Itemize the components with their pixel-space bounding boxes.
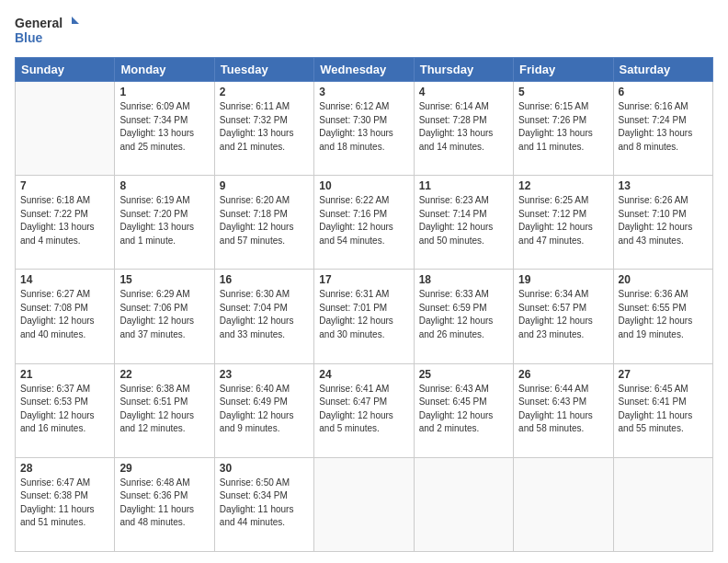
day-number: 20 [619, 273, 708, 286]
calendar-cell: 30Sunrise: 6:50 AMSunset: 6:34 PMDayligh… [214, 457, 313, 551]
day-number: 2 [220, 86, 309, 98]
day-number: 23 [220, 368, 309, 381]
cell-info: Sunrise: 6:30 AMSunset: 7:04 PMDaylight:… [220, 288, 309, 341]
calendar-cell: 10Sunrise: 6:22 AMSunset: 7:16 PMDayligh… [314, 176, 414, 270]
day-number: 26 [518, 368, 608, 381]
calendar-cell [16, 82, 115, 176]
calendar-cell [514, 457, 613, 551]
calendar-cell: 12Sunrise: 6:25 AMSunset: 7:12 PMDayligh… [514, 176, 613, 270]
day-number: 6 [619, 86, 708, 98]
day-number: 24 [319, 368, 408, 381]
svg-text:General: General [15, 16, 63, 30]
calendar-cell [613, 457, 712, 551]
day-number: 7 [20, 179, 109, 192]
calendar-cell [414, 457, 513, 551]
day-number: 17 [319, 273, 408, 286]
calendar-cell: 26Sunrise: 6:44 AMSunset: 6:43 PMDayligh… [514, 363, 613, 457]
cell-info: Sunrise: 6:31 AMSunset: 7:01 PMDaylight:… [319, 288, 408, 341]
calendar-cell: 20Sunrise: 6:36 AMSunset: 6:55 PMDayligh… [613, 270, 712, 363]
calendar-cell: 17Sunrise: 6:31 AMSunset: 7:01 PMDayligh… [314, 270, 414, 363]
day-number: 22 [119, 368, 209, 381]
calendar-cell: 3Sunrise: 6:12 AMSunset: 7:30 PMDaylight… [314, 82, 414, 176]
cell-info: Sunrise: 6:29 AMSunset: 7:06 PMDaylight:… [119, 288, 209, 341]
cell-info: Sunrise: 6:45 AMSunset: 6:41 PMDaylight:… [619, 383, 708, 436]
cell-info: Sunrise: 6:41 AMSunset: 6:47 PMDaylight:… [319, 383, 408, 436]
calendar-week-4: 21Sunrise: 6:37 AMSunset: 6:53 PMDayligh… [16, 363, 713, 457]
cell-info: Sunrise: 6:19 AMSunset: 7:20 PMDaylight:… [119, 194, 209, 247]
day-number: 18 [419, 273, 508, 286]
cell-info: Sunrise: 6:43 AMSunset: 6:45 PMDaylight:… [419, 383, 508, 436]
cell-info: Sunrise: 6:37 AMSunset: 6:53 PMDaylight:… [20, 383, 109, 436]
cell-info: Sunrise: 6:15 AMSunset: 7:26 PMDaylight:… [518, 100, 608, 154]
calendar-cell: 11Sunrise: 6:23 AMSunset: 7:14 PMDayligh… [414, 176, 513, 270]
cell-info: Sunrise: 6:22 AMSunset: 7:16 PMDaylight:… [319, 194, 408, 247]
calendar-cell: 2Sunrise: 6:11 AMSunset: 7:32 PMDaylight… [214, 82, 313, 176]
day-number: 12 [518, 179, 608, 192]
cell-info: Sunrise: 6:36 AMSunset: 6:55 PMDaylight:… [619, 288, 708, 341]
day-number: 5 [518, 86, 608, 98]
calendar-cell: 14Sunrise: 6:27 AMSunset: 7:08 PMDayligh… [16, 270, 115, 363]
cell-info: Sunrise: 6:20 AMSunset: 7:18 PMDaylight:… [220, 194, 309, 247]
cell-info: Sunrise: 6:26 AMSunset: 7:10 PMDaylight:… [619, 194, 708, 247]
day-number: 29 [119, 462, 209, 475]
weekday-header-saturday: Saturday [613, 58, 712, 82]
cell-info: Sunrise: 6:34 AMSunset: 6:57 PMDaylight:… [518, 288, 608, 341]
cell-info: Sunrise: 6:47 AMSunset: 6:38 PMDaylight:… [20, 477, 109, 530]
calendar-cell [314, 457, 414, 551]
day-number: 1 [119, 86, 209, 98]
calendar-cell: 21Sunrise: 6:37 AMSunset: 6:53 PMDayligh… [16, 363, 115, 457]
header: General Blue [15, 11, 713, 50]
day-number: 28 [20, 462, 109, 475]
calendar-cell: 5Sunrise: 6:15 AMSunset: 7:26 PMDaylight… [514, 82, 613, 176]
svg-marker-2 [72, 17, 79, 24]
cell-info: Sunrise: 6:38 AMSunset: 6:51 PMDaylight:… [119, 383, 209, 436]
svg-text:Blue: Blue [15, 30, 43, 45]
cell-info: Sunrise: 6:09 AMSunset: 7:34 PMDaylight:… [119, 100, 209, 154]
calendar-cell: 23Sunrise: 6:40 AMSunset: 6:49 PMDayligh… [214, 363, 313, 457]
calendar-table: SundayMondayTuesdayWednesdayThursdayFrid… [15, 57, 713, 552]
cell-info: Sunrise: 6:27 AMSunset: 7:08 PMDaylight:… [20, 288, 109, 341]
calendar-week-2: 7Sunrise: 6:18 AMSunset: 7:22 PMDaylight… [16, 176, 713, 270]
cell-info: Sunrise: 6:23 AMSunset: 7:14 PMDaylight:… [419, 194, 508, 247]
calendar-cell: 19Sunrise: 6:34 AMSunset: 6:57 PMDayligh… [514, 270, 613, 363]
calendar-cell: 16Sunrise: 6:30 AMSunset: 7:04 PMDayligh… [214, 270, 313, 363]
calendar-cell: 29Sunrise: 6:48 AMSunset: 6:36 PMDayligh… [115, 457, 214, 551]
day-number: 9 [220, 179, 309, 192]
calendar-cell: 27Sunrise: 6:45 AMSunset: 6:41 PMDayligh… [613, 363, 712, 457]
day-number: 14 [20, 273, 109, 286]
weekday-header-monday: Monday [115, 58, 214, 82]
cell-info: Sunrise: 6:14 AMSunset: 7:28 PMDaylight:… [419, 100, 508, 154]
calendar-cell: 28Sunrise: 6:47 AMSunset: 6:38 PMDayligh… [16, 457, 115, 551]
calendar-week-1: 1Sunrise: 6:09 AMSunset: 7:34 PMDaylight… [16, 82, 713, 176]
calendar-cell: 6Sunrise: 6:16 AMSunset: 7:24 PMDaylight… [613, 82, 712, 176]
calendar-cell: 25Sunrise: 6:43 AMSunset: 6:45 PMDayligh… [414, 363, 513, 457]
day-number: 21 [20, 368, 109, 381]
day-number: 13 [619, 179, 708, 192]
weekday-header-tuesday: Tuesday [214, 58, 313, 82]
cell-info: Sunrise: 6:12 AMSunset: 7:30 PMDaylight:… [319, 100, 408, 154]
calendar-cell: 22Sunrise: 6:38 AMSunset: 6:51 PMDayligh… [115, 363, 214, 457]
logo: General Blue [15, 11, 79, 50]
calendar-cell: 15Sunrise: 6:29 AMSunset: 7:06 PMDayligh… [115, 270, 214, 363]
day-number: 25 [419, 368, 508, 381]
calendar-cell: 9Sunrise: 6:20 AMSunset: 7:18 PMDaylight… [214, 176, 313, 270]
weekday-header-thursday: Thursday [414, 58, 513, 82]
calendar-cell: 8Sunrise: 6:19 AMSunset: 7:20 PMDaylight… [115, 176, 214, 270]
day-number: 30 [220, 462, 309, 475]
cell-info: Sunrise: 6:11 AMSunset: 7:32 PMDaylight:… [220, 100, 309, 154]
calendar-cell: 1Sunrise: 6:09 AMSunset: 7:34 PMDaylight… [115, 82, 214, 176]
calendar-cell: 13Sunrise: 6:26 AMSunset: 7:10 PMDayligh… [613, 176, 712, 270]
cell-info: Sunrise: 6:40 AMSunset: 6:49 PMDaylight:… [220, 383, 309, 436]
calendar-cell: 18Sunrise: 6:33 AMSunset: 6:59 PMDayligh… [414, 270, 513, 363]
cell-info: Sunrise: 6:44 AMSunset: 6:43 PMDaylight:… [518, 383, 608, 436]
day-number: 27 [619, 368, 708, 381]
weekday-header-wednesday: Wednesday [314, 58, 414, 82]
cell-info: Sunrise: 6:48 AMSunset: 6:36 PMDaylight:… [119, 477, 209, 530]
day-number: 15 [119, 273, 209, 286]
cell-info: Sunrise: 6:50 AMSunset: 6:34 PMDaylight:… [220, 477, 309, 530]
cell-info: Sunrise: 6:25 AMSunset: 7:12 PMDaylight:… [518, 194, 608, 247]
cell-info: Sunrise: 6:33 AMSunset: 6:59 PMDaylight:… [419, 288, 508, 341]
day-number: 16 [220, 273, 309, 286]
day-number: 3 [319, 86, 408, 98]
weekday-header-sunday: Sunday [16, 58, 115, 82]
